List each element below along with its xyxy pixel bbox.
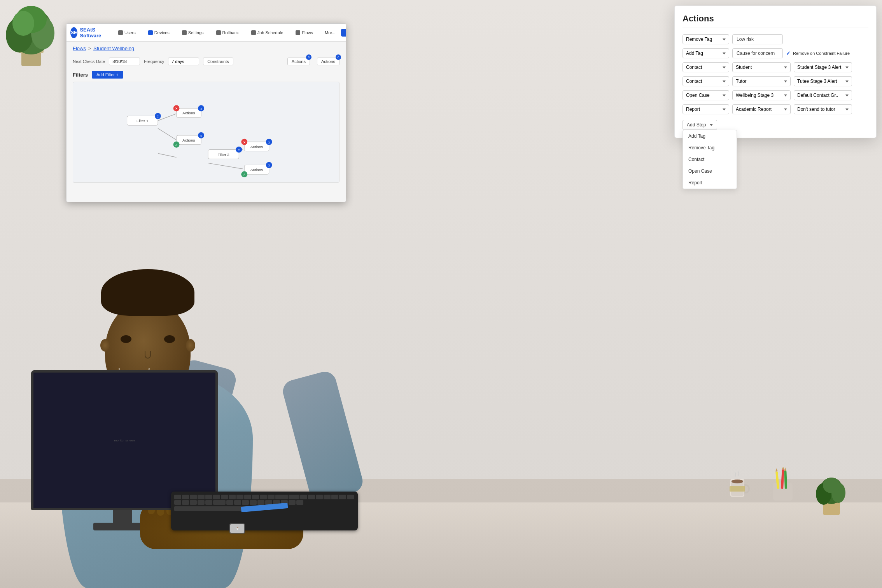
chevron-down-icon-10 (784, 94, 787, 96)
filters-label: Filters (73, 72, 88, 78)
action-select-contact-1[interactable]: Contact (682, 62, 729, 72)
tutor-select[interactable]: Tutor (732, 76, 791, 86)
svg-text:✓: ✓ (243, 173, 246, 177)
dropdown-item-open-case[interactable]: Open Case (683, 165, 737, 177)
action-select-add-tag[interactable]: Add Tag (682, 48, 729, 58)
checkmark-icon: ✓ (786, 50, 791, 56)
chevron-down-icon-9 (723, 94, 726, 96)
nav-rollback-label: Rollback (222, 30, 239, 35)
dropdown-item-contact[interactable]: Contact (683, 154, 737, 165)
svg-text:✓: ✓ (175, 143, 178, 147)
nav-settings[interactable]: Settings (179, 29, 207, 37)
svg-line-37 (158, 128, 177, 140)
dropdown-item-remove-tag[interactable]: Remove Tag (683, 142, 737, 154)
users-icon (118, 30, 123, 35)
chevron-down-icon-4 (784, 66, 787, 68)
add-step-button[interactable]: Add Step (682, 120, 717, 130)
settings-icon (182, 30, 187, 35)
default-contact-label: Default Contact Gr.. (797, 93, 838, 98)
add-step-dropdown-container[interactable]: Add Step Add Tag Remove Tag Contact Open… (682, 120, 717, 130)
chevron-down-icon-6 (723, 80, 726, 82)
contact-label-1: Contact (686, 65, 702, 70)
svg-text:✕: ✕ (243, 141, 246, 144)
keyboard[interactable] (171, 492, 358, 530)
coffee-cup (726, 471, 750, 502)
form-row: Next Check Date 8/10/18 Frequency 7 days… (66, 55, 346, 68)
nav-bar[interactable]: SE SEAtS Software Users Devices Settings… (66, 24, 346, 42)
svg-marker-27 (782, 467, 784, 469)
svg-marker-26 (775, 468, 778, 471)
student-stage3-label: Student Stage 3 Alert (797, 65, 841, 70)
academic-report-select[interactable]: Academic Report (732, 104, 791, 114)
dont-send-tutor-label: Don't send to tutor (797, 107, 835, 112)
add-step-dropdown-menu[interactable]: Add Tag Remove Tag Contact Open Case Rep… (682, 130, 737, 189)
constraints-button[interactable]: Constraints (203, 58, 233, 65)
next-check-date-label: Next Check Date (73, 59, 105, 64)
schedule-icon (251, 30, 256, 35)
action-row-2: Add Tag Cause for concern ✓ Remove on Co… (682, 48, 868, 58)
student-stage3-select[interactable]: Student Stage 3 Alert (794, 62, 852, 72)
nav-more[interactable]: Mor... (322, 29, 338, 37)
plant-decoration (0, 0, 62, 70)
chevron-down-icon-5 (845, 66, 849, 68)
action-select-contact-2[interactable]: Contact (682, 76, 729, 86)
breadcrumb-current[interactable]: Student Wellbeing (93, 46, 134, 51)
action-select-open-case[interactable]: Open Case (682, 90, 729, 100)
action-select-remove-tag[interactable]: Remove Tag (682, 34, 729, 44)
nav-flows-label: Flows (302, 30, 313, 35)
add-step-chevron-icon (710, 124, 713, 126)
frequency-input[interactable]: 7 days (168, 58, 199, 65)
svg-text:3: 3 (268, 164, 270, 167)
add-step-label: Add Step (687, 122, 706, 128)
action-row-1: Remove Tag Low risk (682, 34, 868, 44)
nav-devices[interactable]: Devices (145, 29, 173, 37)
svg-point-6 (12, 11, 34, 36)
tutee-stage3-select[interactable]: Tutee Stage 3 Alert (794, 76, 852, 86)
next-check-date-input[interactable]: 8/10/18 (109, 58, 140, 65)
svg-text:Filter 2: Filter 2 (218, 152, 230, 157)
chevron-down-icon-2 (723, 52, 726, 54)
svg-line-38 (158, 154, 177, 158)
remove-on-constraint-row[interactable]: ✓ Remove on Constraint Failure (786, 50, 850, 56)
logo-circle: SE (70, 27, 77, 38)
svg-text:2: 2 (157, 115, 159, 118)
action-select-report[interactable]: Report (682, 104, 729, 114)
add-filter-button[interactable]: Add Filter + (92, 71, 123, 79)
nav-flows[interactable]: Flows (292, 29, 316, 37)
dont-send-tutor-select[interactable]: Don't send to tutor (794, 104, 852, 114)
nav-users[interactable]: Users (115, 29, 139, 37)
nav-rollback[interactable]: Rollback (213, 29, 242, 37)
student-select[interactable]: Student (732, 62, 791, 72)
add-tag-label: Add Tag (686, 51, 703, 56)
chevron-down-icon-11 (845, 94, 849, 96)
add-step-section[interactable]: Add Step Add Tag Remove Tag Contact Open… (682, 120, 868, 130)
default-contact-select[interactable]: Default Contact Gr.. (794, 90, 852, 100)
breadcrumb-parent[interactable]: Flows (73, 46, 86, 51)
low-risk-input[interactable]: Low risk (732, 34, 783, 44)
nav-job-schedule[interactable]: Job Schedule (248, 29, 287, 37)
chevron-down-icon-3 (723, 66, 726, 68)
actions-badge-2: 6 (336, 54, 341, 60)
chevron-down-icon-12 (723, 108, 726, 110)
svg-text:3: 3 (268, 141, 270, 144)
cause-for-concern-input[interactable]: Cause for concern (732, 48, 783, 58)
action-row-3: Contact Student Student Stage 3 Alert (682, 62, 868, 72)
wellbeing-stage3-label: Wellbeing Stage 3 (736, 93, 774, 98)
nav-settings-label: Settings (188, 30, 204, 35)
svg-rect-21 (730, 486, 745, 492)
svg-point-20 (732, 480, 743, 483)
actions-panel[interactable]: Actions Remove Tag Low risk Add Tag Caus… (674, 5, 877, 138)
dropdown-item-add-tag[interactable]: Add Tag (683, 130, 737, 142)
dropdown-item-report[interactable]: Report (683, 177, 737, 189)
brand-name: SEAtS Software (80, 27, 105, 38)
tutee-stage3-label: Tutee Stage 3 Alert (797, 79, 837, 84)
pencil-holder (769, 467, 796, 502)
actions-badge-1: 3 (306, 54, 312, 60)
nav-logo: SE SEAtS Software (70, 27, 105, 38)
nav-actions-button[interactable]: Actions (341, 29, 346, 37)
chevron-down-icon-7 (784, 80, 787, 82)
remove-tag-label: Remove Tag (686, 37, 712, 42)
svg-point-35 (823, 478, 840, 493)
wellbeing-stage3-select[interactable]: Wellbeing Stage 3 (732, 90, 791, 100)
flow-canvas: Filter 1 2 Actions 3 ✕ Actions 6 ✓ Fi (73, 82, 340, 183)
